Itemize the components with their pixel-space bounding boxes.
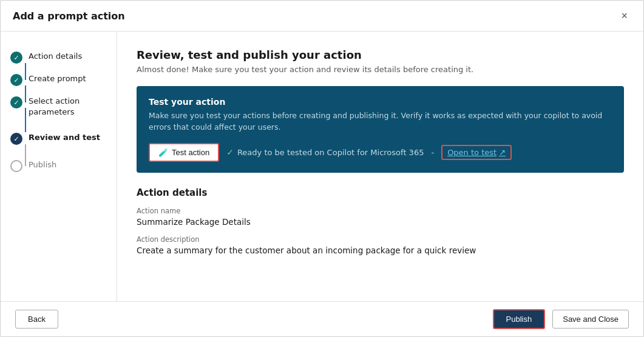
back-button[interactable]: Back [15,310,58,329]
step-circle-create-prompt: ✓ [10,74,22,86]
footer-right-actions: Publish Save and Close [493,309,629,329]
publish-button[interactable]: Publish [493,309,546,329]
sidebar-item-create-prompt[interactable]: ✓ Create prompt [1,68,117,91]
dialog-body: ✓ Action details ✓ Create prompt ✓ [1,32,643,301]
action-name-value: Summarize Package Details [137,217,624,227]
step-circle-action-details: ✓ [10,52,22,64]
step-circle-publish [10,160,22,172]
main-title: Review, test and publish your action [137,48,624,61]
test-action-button[interactable]: 🧪 Test action [149,143,219,162]
action-description-value: Create a summary for the customer about … [137,245,624,255]
flask-icon: 🧪 [158,148,168,157]
save-and-close-button[interactable]: Save and Close [552,310,629,329]
action-description-label: Action description [137,235,624,244]
step-label-action-details: Action details [29,51,82,62]
sidebar-item-select-action-parameters[interactable]: ✓ Select action parameters [1,91,117,122]
step-label-review-test: Review and test [29,132,100,143]
action-description-field: Action description Create a summary for … [137,235,624,255]
test-card-description: Make sure you test your actions before c… [149,110,612,133]
main-content: Review, test and publish your action Alm… [117,32,643,301]
step-label-publish: Publish [29,159,56,170]
dialog-footer: Back Publish Save and Close [1,301,643,336]
test-ready-status: ✓ Ready to be tested on Copilot for Micr… [226,147,424,157]
action-name-field: Action name Summarize Package Details [137,207,624,227]
test-card-title: Test your action [149,97,612,107]
sidebar-item-publish[interactable]: Publish [1,155,117,177]
test-action-card: Test your action Make sure you test your… [137,86,624,173]
step-label-create-prompt: Create prompt [29,73,86,84]
check-icon: ✓ [226,147,234,157]
action-name-label: Action name [137,207,624,215]
open-to-test-link[interactable]: Open to test ↗ [441,145,512,160]
steps-sidebar: ✓ Action details ✓ Create prompt ✓ [1,32,117,301]
step-label-select-parameters: Select action parameters [29,96,107,118]
add-prompt-action-dialog: Add a prompt action × ✓ Action details ✓… [0,0,644,337]
test-card-actions: 🧪 Test action ✓ Ready to be tested on Co… [149,143,612,162]
dialog-header: Add a prompt action × [1,1,643,32]
separator: - [431,148,434,157]
sidebar-item-action-details[interactable]: ✓ Action details [1,46,117,68]
action-details-section: Action details Action name Summarize Pac… [137,187,624,255]
external-link-icon: ↗ [499,148,506,157]
step-circle-review-test: ✓ [10,133,22,145]
main-subtitle: Almost done! Make sure you test your act… [137,65,624,74]
close-button[interactable]: × [617,9,631,22]
sidebar-item-review-and-test[interactable]: ✓ Review and test [1,127,117,150]
step-circle-select-parameters: ✓ [10,96,22,108]
dialog-title: Add a prompt action [13,10,125,22]
action-details-section-title: Action details [137,187,624,198]
